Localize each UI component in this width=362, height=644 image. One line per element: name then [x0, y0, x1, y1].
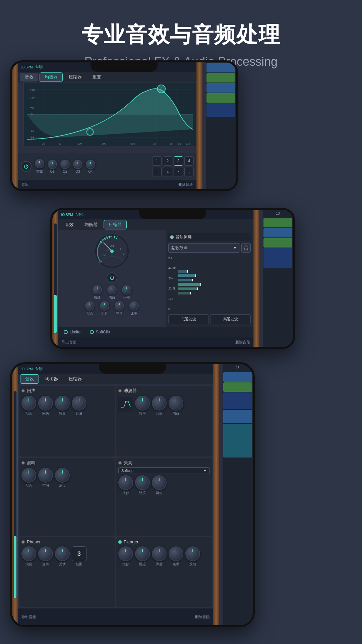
comp-power-btn[interactable]: ⏻: [107, 272, 117, 283]
q4-knob-group: Q4: [86, 160, 95, 173]
gain-knob[interactable]: [35, 159, 44, 168]
delete-section-label-3[interactable]: 删除音段: [195, 614, 210, 620]
track-item-2-2[interactable]: [263, 228, 292, 237]
dist-thresh-knob[interactable]: [152, 475, 167, 490]
left-vol-slider-3[interactable]: [13, 391, 17, 598]
threshold-knob[interactable]: [93, 285, 102, 294]
mix-knob[interactable]: [85, 301, 95, 311]
tab-fx-3[interactable]: 音效: [20, 374, 39, 384]
track-item-3-1[interactable]: [223, 372, 252, 382]
limiter-option[interactable]: Limiter: [64, 330, 82, 334]
limiter-radio[interactable]: [64, 330, 68, 334]
track-item-3-3[interactable]: [223, 392, 252, 409]
tab-fx-1[interactable]: 音效: [20, 73, 38, 82]
flanger-toggle[interactable]: [118, 540, 122, 544]
flanger-feedback-knob[interactable]: [185, 546, 200, 561]
filter-highshelf-icon[interactable]: ¬: [184, 167, 194, 176]
export-label-1[interactable]: 导出: [21, 182, 29, 187]
left-vol-slider[interactable]: [54, 223, 57, 333]
q4-knob[interactable]: [86, 160, 95, 169]
track-item-2-4[interactable]: [263, 248, 292, 268]
highpass-filter-btn[interactable]: 高通滤波: [210, 314, 251, 324]
reverb-count-knob[interactable]: [55, 396, 70, 411]
track-item-3-2[interactable]: [223, 382, 252, 392]
chorus-toggle[interactable]: [21, 461, 25, 465]
gain-knob-2[interactable]: [107, 285, 117, 294]
flanger-mix-label: 混合: [122, 562, 129, 567]
smooth-knob[interactable]: [122, 285, 131, 294]
phaser-range-display[interactable]: 3: [72, 546, 86, 561]
track-item-2-1[interactable]: [263, 218, 292, 227]
q1-knob[interactable]: [48, 160, 57, 169]
reverb-mix-knob[interactable]: [21, 396, 36, 411]
band-2-btn[interactable]: 2: [163, 156, 172, 166]
band-1-btn[interactable]: 1: [152, 156, 162, 166]
softclip-option[interactable]: SoftClip: [90, 330, 110, 334]
flanger-rate-knob[interactable]: [169, 546, 183, 561]
svg-rect-57: [187, 270, 188, 273]
flanger-mix-knob[interactable]: [118, 546, 133, 561]
band-3-btn[interactable]: 3: [174, 156, 183, 166]
chorus-mix-knob[interactable]: [21, 468, 36, 483]
phaser-rate-knob[interactable]: [38, 546, 53, 561]
tab-eq-2[interactable]: 均衡器: [80, 220, 102, 229]
delete-section-label-1[interactable]: 删除音段: [178, 182, 193, 187]
tab-comp-3[interactable]: 压缩器: [64, 375, 86, 383]
attack-knob[interactable]: [100, 301, 109, 311]
filter-freq-knob[interactable]: [135, 396, 150, 411]
limiter-label: Limiter: [70, 330, 82, 334]
eq-graph-svg: 1 3 +18 +12 +6 0 -6 -12 -18 20 50 100 20…: [24, 83, 196, 146]
eq-power-btn[interactable]: ⏻: [21, 161, 32, 172]
track-item-3-5[interactable]: [223, 424, 252, 458]
export-label-2[interactable]: 导出音频: [62, 340, 76, 345]
track-item-2[interactable]: [206, 73, 235, 83]
track-item-2-3[interactable]: [263, 238, 292, 248]
reverb-toggle[interactable]: [21, 389, 25, 392]
filter-toggle[interactable]: [118, 389, 122, 392]
filter-bell-icon[interactable]: ∧: [163, 167, 172, 176]
delete-section-label-2[interactable]: 删除音段: [235, 340, 250, 345]
eq-controls: ⏻ 增益 Q1 Q2 Q3 Q4: [18, 153, 196, 180]
headphone-btn[interactable]: 🎧: [241, 243, 251, 253]
chorus-filter-knob[interactable]: [55, 468, 70, 483]
svg-rect-53: [178, 279, 193, 281]
chorus-module: 混响 混合 空间 滤过: [19, 458, 115, 536]
distortion-dropdown[interactable]: Softclip ▼: [118, 467, 210, 474]
filter-gain-knob[interactable]: [169, 396, 183, 411]
track-item-3-4[interactable]: [223, 410, 252, 423]
sidechain-dropdown[interactable]: 副歌鼓点 ▼: [168, 243, 240, 253]
reverb-interval-knob[interactable]: [38, 396, 53, 411]
tab-reset-1[interactable]: 重置: [88, 73, 106, 82]
tab-eq-1[interactable]: 均衡器: [40, 72, 63, 82]
chorus-space-knob[interactable]: [38, 468, 53, 483]
dist-mix-knob[interactable]: [118, 475, 133, 490]
q3-knob[interactable]: [73, 160, 82, 169]
filter-res-knob[interactable]: [152, 396, 167, 411]
ratio-knob[interactable]: [129, 301, 139, 311]
lowpass-filter-btn[interactable]: 低通滤波: [168, 314, 209, 324]
dist-intensity-knob[interactable]: [135, 475, 150, 490]
softclip-radio[interactable]: [90, 330, 94, 334]
release-knob[interactable]: [115, 301, 124, 311]
track-item-1[interactable]: [206, 63, 235, 72]
filter-notch-icon[interactable]: ∧: [174, 167, 183, 176]
flanger-depth-knob[interactable]: [152, 546, 167, 561]
reverb-vol-knob[interactable]: [72, 396, 86, 411]
track-item-5[interactable]: [206, 103, 235, 117]
phaser-toggle[interactable]: [21, 540, 25, 544]
export-label-3[interactable]: 导出音频: [21, 614, 36, 620]
tab-eq-3[interactable]: 均衡器: [40, 375, 63, 383]
flanger-delay-knob[interactable]: [135, 546, 150, 561]
q2-knob[interactable]: [60, 160, 70, 169]
filter-lowshelf-icon[interactable]: ⌐: [152, 167, 162, 176]
tab-fx-2[interactable]: 音效: [60, 220, 78, 229]
tab-comp-1[interactable]: 压缩器: [64, 73, 86, 82]
phaser-mix-knob[interactable]: [21, 546, 36, 561]
track-item-3[interactable]: [206, 83, 235, 93]
phaser-feedback-knob[interactable]: [55, 546, 70, 561]
band-4-btn[interactable]: 4: [184, 156, 194, 166]
tab-comp-2[interactable]: 压缩器: [104, 220, 127, 229]
track-item-4[interactable]: [206, 93, 235, 103]
chorus-filter-knob-group: 滤过: [55, 468, 70, 488]
distortion-toggle[interactable]: [118, 461, 122, 465]
